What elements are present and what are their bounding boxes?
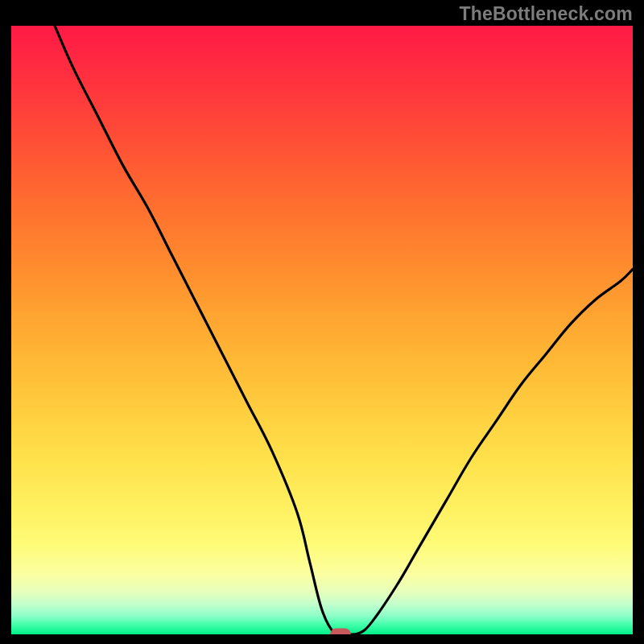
watermark-label: TheBottleneck.com [459,3,633,25]
plot-area [11,26,633,634]
curve-path [55,26,633,634]
optimal-point-marker [330,629,351,635]
bottleneck-curve [11,26,633,634]
chart-frame: TheBottleneck.com [0,0,644,644]
